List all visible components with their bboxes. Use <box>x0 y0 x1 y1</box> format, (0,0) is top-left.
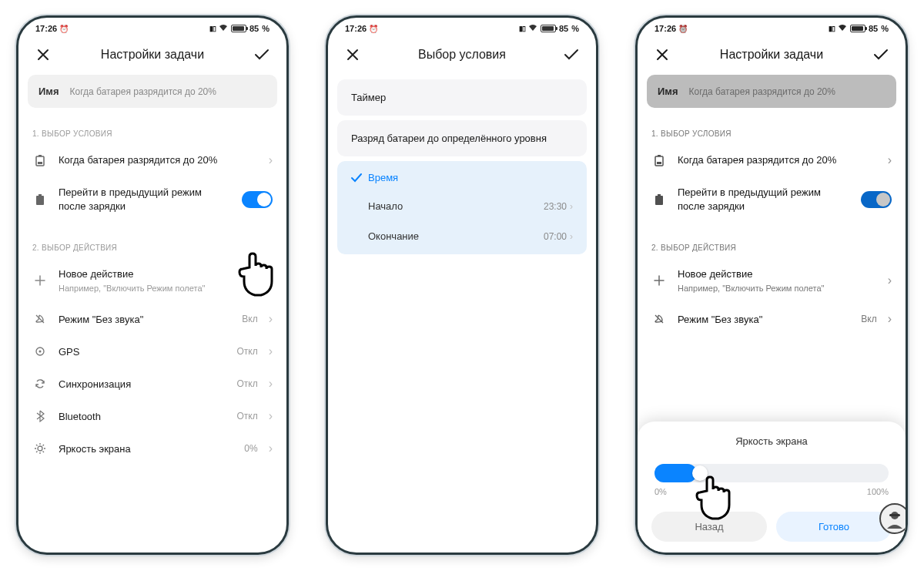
done-button[interactable]: Готово <box>776 512 892 542</box>
time-start-value: 23:30 <box>544 201 567 212</box>
chevron-right-icon: › <box>570 231 573 242</box>
confirm-icon[interactable] <box>253 45 271 64</box>
time-start-row[interactable]: Начало 23:30› <box>337 191 587 221</box>
alarm-icon: ⏰ <box>369 25 378 33</box>
brightness-sheet: Яркость экрана 0% 100% Назад Готово <box>638 422 906 553</box>
mute-icon <box>651 314 667 324</box>
revert-toggle[interactable] <box>242 191 273 208</box>
chevron-right-icon: › <box>888 274 892 287</box>
option-label: Таймер <box>351 92 386 103</box>
section-action-header: 2. ВЫБОР ДЕЙСТВИЯ <box>647 222 896 258</box>
svg-line-15 <box>43 445 45 446</box>
option-time-header[interactable]: Время <box>337 161 587 191</box>
time-end-row[interactable]: Окончание 07:00› <box>337 221 587 251</box>
action-row-brightness[interactable]: Яркость экрана 0% › <box>28 432 277 465</box>
slider-fill <box>654 464 697 482</box>
battery-full-icon <box>651 193 667 206</box>
svg-rect-2 <box>38 162 42 164</box>
condition-row[interactable]: Когда батарея разрядится до 20% › <box>647 144 896 176</box>
time-end-value: 07:00 <box>544 231 567 242</box>
mute-icon <box>32 314 48 324</box>
svg-rect-22 <box>889 514 900 516</box>
revert-toggle[interactable] <box>861 191 892 208</box>
action-label: Bluetooth <box>59 410 226 424</box>
close-icon[interactable] <box>343 45 362 64</box>
slider-max-label: 100% <box>867 487 889 496</box>
battery-low-icon <box>651 154 667 166</box>
svg-line-13 <box>43 452 45 453</box>
action-label: Яркость экрана <box>59 442 233 456</box>
status-right: ▮▯ 85% <box>209 24 270 33</box>
action-value: Откл <box>236 378 257 389</box>
action-row-mute[interactable]: Режим "Без звука" Вкл › <box>647 303 896 335</box>
brightness-icon <box>32 443 48 454</box>
status-bar: 17:26⏰ ▮▯ 85% <box>638 18 906 36</box>
wifi-icon <box>219 24 228 33</box>
action-value: Откл <box>236 411 257 422</box>
condition-row[interactable]: Когда батарея разрядится до 20% › <box>28 144 277 176</box>
phone-2: 17:26⏰ ▮▯ 85% Выбор условия Таймер Разря… <box>326 15 598 555</box>
close-icon[interactable] <box>653 45 671 64</box>
revert-row: Перейти в предыдущий режим после зарядки <box>28 176 277 222</box>
svg-line-14 <box>36 452 38 453</box>
status-right: ▮▯ 85% <box>519 24 579 33</box>
option-timer[interactable]: Таймер <box>337 79 587 116</box>
close-icon[interactable] <box>34 45 52 64</box>
header: Настройки задачи <box>18 36 286 75</box>
signal-icon: ▮▯ <box>519 25 525 32</box>
chevron-right-icon: › <box>269 344 273 358</box>
new-action-row[interactable]: Новое действие Например, "Включить Режим… <box>28 258 277 303</box>
svg-rect-3 <box>36 196 44 205</box>
task-name-field[interactable]: Имя Когда батарея разрядится до 20% <box>647 75 896 108</box>
plus-icon <box>651 275 667 286</box>
svg-rect-19 <box>655 196 663 205</box>
status-time: 17:26⏰ <box>35 24 69 33</box>
brightness-slider[interactable] <box>654 464 889 482</box>
chevron-right-icon: › <box>269 409 273 423</box>
confirm-icon[interactable] <box>872 45 890 64</box>
chevron-right-icon: › <box>269 312 273 326</box>
action-label: Режим "Без звука" <box>59 313 231 327</box>
svg-rect-18 <box>657 162 661 164</box>
battery-pct: 85 <box>869 24 878 33</box>
condition-text: Когда батарея разрядится до 20% <box>678 153 877 167</box>
confirm-icon[interactable] <box>562 45 581 64</box>
new-action-row[interactable]: Новое действие Например, "Включить Режим… <box>647 258 896 303</box>
sync-icon <box>32 378 48 389</box>
bluetooth-icon <box>32 410 48 422</box>
section-action-header: 2. ВЫБОР ДЕЙСТВИЯ <box>28 222 277 258</box>
section-condition-header: 1. ВЫБОР УСЛОВИЯ <box>647 108 896 144</box>
phone-3: 17:26⏰ ▮▯ 85% Настройки задачи Имя Когда… <box>635 15 908 555</box>
option-battery-level[interactable]: Разряд батареи до определённого уровня <box>337 120 587 156</box>
wifi-icon <box>838 24 847 33</box>
action-value: Вкл <box>242 314 257 324</box>
action-row-sync[interactable]: Синхронизация Откл › <box>28 368 277 400</box>
svg-rect-0 <box>36 156 44 166</box>
chevron-right-icon: › <box>888 312 892 326</box>
task-name-field[interactable]: Имя Когда батарея разрядится до 20% <box>28 75 277 108</box>
action-row-bluetooth[interactable]: Bluetooth Откл › <box>28 400 277 432</box>
chevron-right-icon: › <box>269 377 273 391</box>
action-value: Вкл <box>861 314 876 324</box>
signal-icon: ▮▯ <box>209 25 216 32</box>
status-right: ▮▯ 85% <box>829 24 889 33</box>
header: Выбор условия <box>328 36 596 75</box>
name-label: Имя <box>38 86 59 97</box>
phone-1: 17:26⏰ ▮▯ 85% Настройки задачи Имя Когда… <box>16 15 289 555</box>
action-label: GPS <box>59 345 226 359</box>
action-row-mute[interactable]: Режим "Без звука" Вкл › <box>28 303 277 335</box>
page-title: Настройки задачи <box>720 48 823 62</box>
battery-icon <box>231 25 246 32</box>
svg-point-7 <box>38 446 42 451</box>
battery-pct: 85 <box>559 24 568 33</box>
cancel-button[interactable]: Назад <box>651 512 767 542</box>
slider-thumb[interactable] <box>692 465 708 481</box>
revert-text: Перейти в предыдущий режим после зарядки <box>678 186 850 213</box>
action-row-gps[interactable]: GPS Откл › <box>28 335 277 368</box>
page-title: Настройки задачи <box>101 48 204 62</box>
new-action-label: Новое действие <box>59 267 258 281</box>
svg-rect-20 <box>658 194 661 196</box>
new-action-sub: Например, "Включить Режим полета" <box>678 283 877 294</box>
status-time: 17:26⏰ <box>654 24 688 33</box>
svg-rect-16 <box>655 156 663 166</box>
